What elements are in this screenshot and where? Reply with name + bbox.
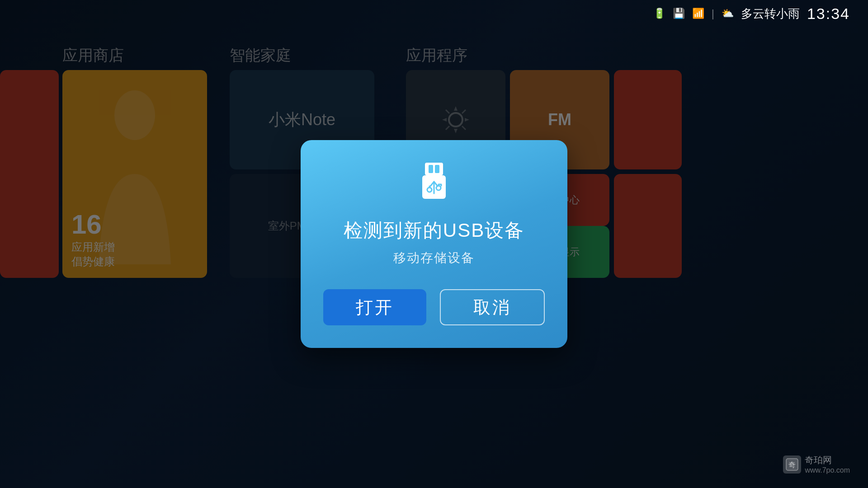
svg-rect-3 xyxy=(429,165,433,173)
dialog-subtitle: 移动存储设备 xyxy=(393,249,475,267)
svg-rect-2 xyxy=(425,163,443,175)
svg-text:奇: 奇 xyxy=(788,461,796,469)
memory-icon: 💾 xyxy=(673,8,685,19)
open-button[interactable]: 打开 xyxy=(323,289,426,325)
usb-icon-wrapper xyxy=(416,163,452,205)
battery-icon: 🔋 xyxy=(653,8,665,19)
watermark: 奇 奇珀网 www.7po.com xyxy=(783,454,850,474)
status-bar: 🔋 💾 📶 | ⛅ 多云转小雨 13:34 xyxy=(0,0,868,27)
svg-rect-4 xyxy=(435,165,439,173)
time-display: 13:34 xyxy=(807,5,850,23)
wifi-icon: 📶 xyxy=(692,8,704,19)
status-divider: | xyxy=(712,7,714,20)
watermark-text: 奇珀网 www.7po.com xyxy=(805,454,850,474)
dialog-title: 检测到新的USB设备 xyxy=(344,218,524,243)
usb-dialog: 检测到新的USB设备 移动存储设备 打开 取消 xyxy=(301,140,567,348)
weather-icon: ⛅ xyxy=(722,8,734,19)
weather-text: 多云转小雨 xyxy=(741,6,800,22)
watermark-icon: 奇 xyxy=(783,455,801,474)
dialog-buttons: 打开 取消 xyxy=(323,289,545,325)
usb-dialog-wrapper: 检测到新的USB设备 移动存储设备 打开 取消 xyxy=(301,140,567,348)
usb-icon xyxy=(416,163,452,203)
cancel-button[interactable]: 取消 xyxy=(440,289,545,325)
